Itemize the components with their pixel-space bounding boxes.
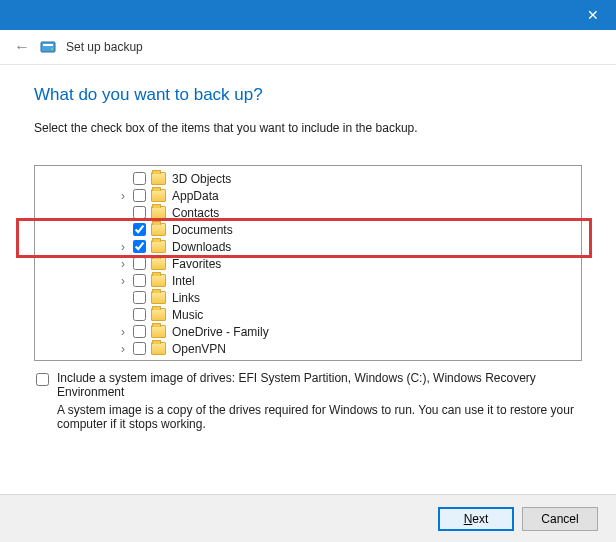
expand-chevron-icon[interactable]: › [117, 257, 129, 271]
folder-icon [151, 291, 166, 304]
tree-item-label: 3D Objects [172, 172, 231, 186]
expand-chevron-icon[interactable]: › [117, 274, 129, 288]
system-image-option: Include a system image of drives: EFI Sy… [34, 371, 582, 431]
expand-chevron-icon[interactable]: › [117, 189, 129, 203]
expand-chevron-icon[interactable]: › [117, 325, 129, 339]
folder-icon [151, 274, 166, 287]
tree-item[interactable]: ›Favorites [37, 255, 579, 272]
tree-item-label: Links [172, 291, 200, 305]
close-icon: ✕ [587, 7, 599, 23]
tree-item-label: Music [172, 308, 203, 322]
folder-icon [151, 342, 166, 355]
tree-item[interactable]: Music [37, 306, 579, 323]
page-title: What do you want to back up? [34, 85, 582, 105]
wizard-footer: Next Cancel [0, 494, 616, 542]
svg-point-2 [51, 48, 53, 50]
tree-item-checkbox[interactable] [133, 240, 146, 253]
tree-item[interactable]: ›Intel [37, 272, 579, 289]
tree-item-label: OpenVPN [172, 342, 226, 356]
tree-item-checkbox[interactable] [133, 257, 146, 270]
tree-item-label: OneDrive - Family [172, 325, 269, 339]
tree-item[interactable]: ›OpenVPN [37, 340, 579, 357]
wizard-title: Set up backup [66, 40, 143, 54]
tree-item-checkbox[interactable] [133, 189, 146, 202]
tree-item[interactable]: ›Downloads [37, 238, 579, 255]
tree-item-checkbox[interactable] [133, 274, 146, 287]
back-arrow-icon[interactable]: ← [14, 38, 30, 56]
expand-chevron-icon[interactable]: › [117, 240, 129, 254]
tree-item-checkbox[interactable] [133, 172, 146, 185]
tree-item-label: Documents [172, 223, 233, 237]
tree-item[interactable]: ›OneDrive - Family [37, 323, 579, 340]
folder-icon [151, 206, 166, 219]
tree-item-label: Intel [172, 274, 195, 288]
system-image-label: Include a system image of drives: EFI Sy… [57, 371, 582, 399]
cancel-button[interactable]: Cancel [522, 507, 598, 531]
tree-item-checkbox[interactable] [133, 206, 146, 219]
wizard-header: ← Set up backup [0, 30, 616, 65]
tree-item-label: Downloads [172, 240, 231, 254]
folder-icon [151, 172, 166, 185]
svg-rect-0 [41, 42, 55, 52]
tree-item-checkbox[interactable] [133, 342, 146, 355]
tree-item-label: Contacts [172, 206, 219, 220]
folder-icon [151, 223, 166, 236]
tree-item[interactable]: Documents [37, 221, 579, 238]
tree-item-label: Favorites [172, 257, 221, 271]
folder-icon [151, 189, 166, 202]
tree-item-label: AppData [172, 189, 219, 203]
tree-item[interactable]: Contacts [37, 204, 579, 221]
expand-chevron-icon[interactable]: › [117, 342, 129, 356]
titlebar: ✕ [0, 0, 616, 30]
next-button[interactable]: Next [438, 507, 514, 531]
tree-item-checkbox[interactable] [133, 308, 146, 321]
tree-item-checkbox[interactable] [133, 223, 146, 236]
tree-item[interactable]: Links [37, 289, 579, 306]
tree-item[interactable]: ›AppData [37, 187, 579, 204]
system-image-description: A system image is a copy of the drives r… [57, 403, 582, 431]
folder-icon [151, 240, 166, 253]
system-image-checkbox[interactable] [36, 373, 49, 386]
svg-rect-1 [43, 44, 53, 46]
backup-icon [40, 39, 56, 55]
tree-item[interactable]: 3D Objects [37, 170, 579, 187]
instruction-text: Select the check box of the items that y… [34, 121, 582, 135]
content-area: What do you want to back up? Select the … [0, 65, 616, 441]
close-button[interactable]: ✕ [570, 0, 616, 30]
tree-item-checkbox[interactable] [133, 291, 146, 304]
folder-icon [151, 325, 166, 338]
backup-items-tree[interactable]: 3D Objects›AppDataContactsDocuments›Down… [34, 165, 582, 361]
folder-icon [151, 257, 166, 270]
tree-item-checkbox[interactable] [133, 325, 146, 338]
folder-icon [151, 308, 166, 321]
